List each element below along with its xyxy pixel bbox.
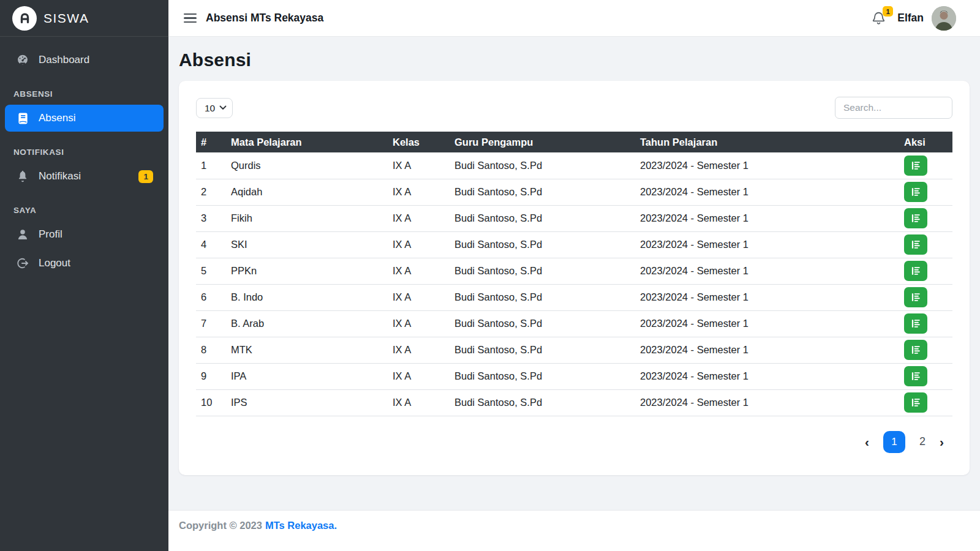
page-size-select-wrap: 10: [196, 98, 233, 118]
cell-tahun-pelajaran: 2023/2024 - Semester 1: [635, 152, 899, 179]
cell-tahun-pelajaran: 2023/2024 - Semester 1: [635, 205, 899, 231]
sidebar-item-label: Logout: [39, 257, 70, 269]
absensi-table: # Mata Pelajaran Kelas Guru Pengampu Tah…: [196, 132, 952, 416]
sidebar-item-label: Absensi: [39, 112, 75, 124]
pagination-page-1[interactable]: 1: [883, 431, 905, 453]
a-letter-logo-icon: [12, 6, 37, 31]
cell-tahun-pelajaran: 2023/2024 - Semester 1: [635, 284, 899, 310]
cell-mata-pelajaran: SKI: [226, 231, 388, 258]
app-title: Absensi MTs Rekayasa: [206, 12, 323, 24]
cell-guru-pengampu: Budi Santoso, S.Pd: [450, 363, 635, 389]
attendance-list-icon: [911, 266, 921, 276]
attendance-list-icon: [911, 239, 921, 250]
cell-no: 8: [196, 337, 226, 363]
notifications-button[interactable]: 1: [871, 10, 886, 26]
footer-brand-link[interactable]: MTs Rekayasa.: [265, 520, 337, 531]
main-column: Absensi MTs Rekayasa 1 Elfan: [168, 0, 980, 551]
cell-kelas: IX A: [388, 258, 450, 284]
pagination-prev-button[interactable]: ‹: [865, 435, 869, 448]
sidebar-nav: Dashboard ABSENSI Absensi NOTIFIKASI: [0, 37, 168, 279]
attendance-list-icon: [911, 345, 921, 355]
sidebar-item-absensi[interactable]: Absensi: [5, 105, 164, 132]
attendance-list-icon: [911, 371, 921, 381]
table-row: 6 B. Indo IX A Budi Santoso, S.Pd 2023/2…: [196, 284, 952, 310]
cell-guru-pengampu: Budi Santoso, S.Pd: [450, 389, 635, 416]
sidebar: SISWA Dashboard ABSENSI: [0, 0, 168, 551]
cell-mata-pelajaran: B. Indo: [226, 284, 388, 310]
cell-tahun-pelajaran: 2023/2024 - Semester 1: [635, 231, 899, 258]
sidebar-item-dashboard[interactable]: Dashboard: [0, 47, 168, 73]
attendance-detail-button[interactable]: [904, 261, 927, 281]
page-size-select[interactable]: 10: [196, 98, 233, 118]
cell-kelas: IX A: [388, 310, 450, 337]
attendance-detail-button[interactable]: [904, 156, 927, 176]
user-name: Elfan: [897, 12, 924, 24]
cell-guru-pengampu: Budi Santoso, S.Pd: [450, 310, 635, 337]
cell-kelas: IX A: [388, 337, 450, 363]
cell-aksi: [899, 152, 952, 179]
sidebar-toggle-button[interactable]: [184, 11, 197, 26]
sidebar-item-label: Notifikasi: [39, 170, 81, 182]
cell-tahun-pelajaran: 2023/2024 - Semester 1: [635, 337, 899, 363]
attendance-detail-button[interactable]: [904, 287, 927, 307]
cell-mata-pelajaran: MTK: [226, 337, 388, 363]
attendance-detail-button[interactable]: [904, 366, 927, 386]
sidebar-section-saya: SAYA: [0, 206, 168, 215]
footer: Copyright © 2023MTs Rekayasa.: [168, 510, 980, 551]
attendance-list-icon: [911, 292, 921, 302]
table-row: 5 PPKn IX A Budi Santoso, S.Pd 2023/2024…: [196, 258, 952, 284]
bell-icon: [15, 170, 30, 183]
cell-tahun-pelajaran: 2023/2024 - Semester 1: [635, 363, 899, 389]
table-row: 2 Aqidah IX A Budi Santoso, S.Pd 2023/20…: [196, 179, 952, 205]
sidebar-item-profil[interactable]: Profil: [0, 221, 168, 248]
cell-mata-pelajaran: B. Arab: [226, 310, 388, 337]
cell-guru-pengampu: Budi Santoso, S.Pd: [450, 152, 635, 179]
book-icon: [15, 112, 30, 125]
cell-tahun-pelajaran: 2023/2024 - Semester 1: [635, 389, 899, 416]
person-icon: [15, 228, 30, 241]
column-header-tahun-pelajaran: Tahun Pelajaran: [635, 132, 899, 152]
cell-guru-pengampu: Budi Santoso, S.Pd: [450, 231, 635, 258]
column-header-mata-pelajaran: Mata Pelajaran: [226, 132, 388, 152]
attendance-detail-button[interactable]: [904, 392, 927, 413]
topbar: Absensi MTs Rekayasa 1 Elfan: [168, 0, 980, 37]
page-content: Absensi 10: [168, 37, 980, 510]
attendance-detail-button[interactable]: [904, 340, 927, 360]
cell-kelas: IX A: [388, 363, 450, 389]
table-row: 1 Qurdis IX A Budi Santoso, S.Pd 2023/20…: [196, 152, 952, 179]
table-row: 8 MTK IX A Budi Santoso, S.Pd 2023/2024 …: [196, 337, 952, 363]
cell-no: 3: [196, 205, 226, 231]
page-title: Absensi: [179, 50, 970, 70]
attendance-detail-button[interactable]: [904, 234, 927, 255]
cell-no: 10: [196, 389, 226, 416]
sidebar-item-notifikasi[interactable]: Notifikasi 1: [0, 163, 168, 190]
cell-aksi: [899, 231, 952, 258]
cell-no: 7: [196, 310, 226, 337]
attendance-detail-button[interactable]: [904, 313, 927, 334]
cell-aksi: [899, 205, 952, 231]
sidebar-item-logout[interactable]: Logout: [0, 250, 168, 277]
search-input[interactable]: [835, 97, 952, 119]
cell-aksi: [899, 310, 952, 337]
user-avatar[interactable]: [932, 6, 956, 31]
attendance-detail-button[interactable]: [904, 208, 927, 228]
pagination-next-button[interactable]: ›: [940, 435, 944, 448]
notification-count-badge: 1: [138, 170, 153, 183]
cell-kelas: IX A: [388, 231, 450, 258]
cell-guru-pengampu: Budi Santoso, S.Pd: [450, 205, 635, 231]
cell-no: 9: [196, 363, 226, 389]
table-controls: 10: [196, 97, 952, 119]
cell-aksi: [899, 363, 952, 389]
attendance-detail-button[interactable]: [904, 182, 927, 202]
cell-guru-pengampu: Budi Santoso, S.Pd: [450, 179, 635, 205]
attendance-list-icon: [911, 187, 921, 197]
sidebar-item-label: Profil: [39, 228, 62, 241]
cell-no: 6: [196, 284, 226, 310]
cell-tahun-pelajaran: 2023/2024 - Semester 1: [635, 258, 899, 284]
sidebar-brand[interactable]: SISWA: [0, 0, 168, 37]
app-logo-text: SISWA: [43, 11, 89, 26]
pagination-page-2[interactable]: 2: [919, 435, 925, 448]
cell-mata-pelajaran: PPKn: [226, 258, 388, 284]
sidebar-item-label: Dashboard: [39, 54, 89, 66]
table-row: 4 SKI IX A Budi Santoso, S.Pd 2023/2024 …: [196, 231, 952, 258]
